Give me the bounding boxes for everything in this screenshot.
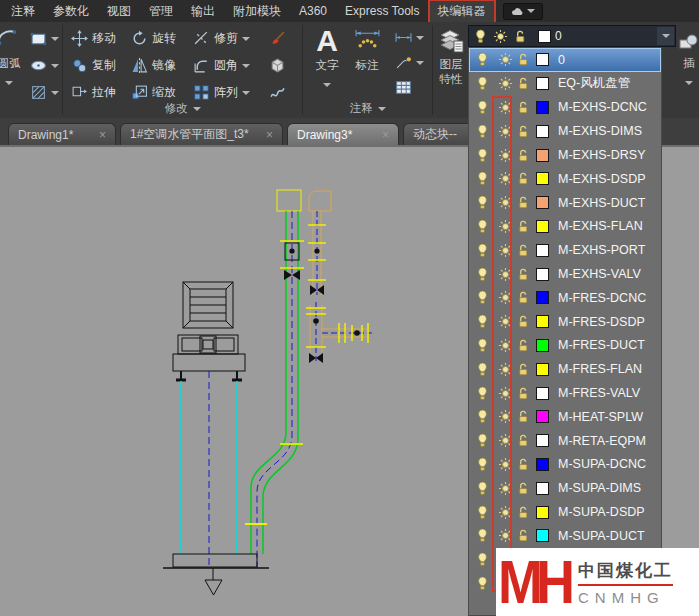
layer-freeze-sun-icon[interactable] xyxy=(498,290,513,305)
dimension-tool[interactable]: 标注 xyxy=(350,27,384,73)
layer-freeze-sun-icon[interactable] xyxy=(493,29,508,44)
layer-visibility-bulb-icon[interactable] xyxy=(473,29,488,44)
layer-visibility-bulb-icon[interactable] xyxy=(475,124,490,139)
layer-lock-icon[interactable] xyxy=(516,362,531,377)
layer-visibility-bulb-icon[interactable] xyxy=(475,314,490,329)
layer-lock-icon[interactable] xyxy=(516,100,531,115)
layer-list-item[interactable]: M-FRES-DCNC xyxy=(469,286,661,310)
layer-color-swatch[interactable] xyxy=(536,196,549,209)
ribbon-tab-附加模块[interactable]: 附加模块 xyxy=(224,0,290,23)
layer-visibility-bulb-icon[interactable] xyxy=(475,171,490,186)
layer-list-item[interactable]: 0 xyxy=(469,48,661,72)
layer-freeze-sun-icon[interactable] xyxy=(498,267,513,282)
trim-tool[interactable]: 修剪 xyxy=(193,25,267,52)
layer-lock-icon[interactable] xyxy=(516,481,531,496)
layer-list-item[interactable]: M-FRES-DUCT xyxy=(469,334,661,358)
layer-color-swatch[interactable] xyxy=(536,387,549,400)
layer-lock-icon[interactable] xyxy=(516,76,531,91)
layer-visibility-bulb-icon[interactable] xyxy=(475,433,490,448)
layer-list-item[interactable]: M-EXHS-DIMS xyxy=(469,119,661,143)
layer-visibility-bulb-icon[interactable] xyxy=(475,219,490,234)
table-tool[interactable] xyxy=(395,75,424,100)
layer-list-item[interactable]: EQ-风机盘管 xyxy=(469,72,661,96)
layer-freeze-sun-icon[interactable] xyxy=(498,219,513,234)
layer-freeze-sun-icon[interactable] xyxy=(498,362,513,377)
layer-freeze-sun-icon[interactable] xyxy=(498,100,513,115)
tab-close-icon[interactable]: × xyxy=(266,128,273,142)
layer-properties-button[interactable]: 图层 特性 xyxy=(434,22,468,118)
tab-close-icon[interactable]: × xyxy=(382,128,389,142)
layer-lock-icon[interactable] xyxy=(516,433,531,448)
layer-list-item[interactable]: M-SUPA-DSDP xyxy=(469,500,661,524)
explode-tool[interactable] xyxy=(269,52,286,79)
layer-freeze-sun-icon[interactable] xyxy=(498,195,513,210)
layer-visibility-bulb-icon[interactable] xyxy=(475,552,490,567)
layer-list-item[interactable]: M-EXHS-DRSY xyxy=(469,143,661,167)
layer-color-swatch[interactable] xyxy=(536,410,549,423)
layer-list-item[interactable]: M-HEAT-SPLW xyxy=(469,405,661,429)
layer-list-item[interactable]: M-EXHS-FLAN xyxy=(469,215,661,239)
layer-color-swatch[interactable] xyxy=(536,506,549,519)
move-tool[interactable]: 移动 xyxy=(71,25,131,52)
layer-visibility-bulb-icon[interactable] xyxy=(475,338,490,353)
file-tab[interactable]: 动态块-- xyxy=(403,123,475,145)
linear-dimension-tool[interactable] xyxy=(395,25,424,50)
layer-lock-icon[interactable] xyxy=(516,457,531,472)
layer-list-item[interactable]: M-EXHS-DSDP xyxy=(469,167,661,191)
layer-visibility-bulb-icon[interactable] xyxy=(475,528,490,543)
layer-color-swatch[interactable] xyxy=(536,244,549,257)
layer-lock-icon[interactable] xyxy=(516,409,531,424)
layer-lock-icon[interactable] xyxy=(516,314,531,329)
ribbon-tab-视图[interactable]: 视图 xyxy=(98,0,140,23)
layer-visibility-bulb-icon[interactable] xyxy=(475,457,490,472)
layer-freeze-sun-icon[interactable] xyxy=(498,481,513,496)
layer-freeze-sun-icon[interactable] xyxy=(498,148,513,163)
layer-combo-dropdown-button[interactable] xyxy=(657,27,674,45)
layer-lock-icon[interactable] xyxy=(516,528,531,543)
layer-freeze-sun-icon[interactable] xyxy=(498,528,513,543)
layer-freeze-sun-icon[interactable] xyxy=(498,171,513,186)
layer-color-swatch[interactable] xyxy=(536,363,549,376)
annotate-panel-title[interactable]: 注释 xyxy=(303,101,432,116)
mirror-tool[interactable]: 镜像 xyxy=(131,52,193,79)
layer-visibility-bulb-icon[interactable] xyxy=(475,409,490,424)
copy-tool[interactable]: 复制 xyxy=(71,52,131,79)
layer-freeze-sun-icon[interactable] xyxy=(498,409,513,424)
layer-color-swatch[interactable] xyxy=(536,53,549,66)
layer-visibility-bulb-icon[interactable] xyxy=(475,290,490,305)
layer-visibility-bulb-icon[interactable] xyxy=(475,386,490,401)
file-tab[interactable]: Drawing3*× xyxy=(287,123,399,145)
layer-color-swatch[interactable] xyxy=(536,172,549,185)
leader-tool[interactable] xyxy=(395,50,424,75)
layer-color-swatch[interactable] xyxy=(536,125,549,138)
ribbon-tab-A360[interactable]: A360 xyxy=(290,1,336,21)
layer-list-item[interactable]: M-FRES-VALV xyxy=(469,381,661,405)
modify-panel-title[interactable]: 修改 xyxy=(63,101,302,116)
ribbon-tab-参数化[interactable]: 参数化 xyxy=(44,0,98,23)
layer-visibility-bulb-icon[interactable] xyxy=(475,195,490,210)
layer-visibility-bulb-icon[interactable] xyxy=(475,267,490,282)
paintbrush-tool[interactable] xyxy=(269,25,286,52)
layer-color-swatch[interactable] xyxy=(536,482,549,495)
layer-combo-box[interactable]: 0 xyxy=(468,25,676,47)
text-tool[interactable]: A 文字 xyxy=(311,24,343,91)
layer-visibility-bulb-icon[interactable] xyxy=(475,481,490,496)
hatch-tool[interactable] xyxy=(30,79,59,106)
layer-color-swatch[interactable] xyxy=(536,268,549,281)
layer-freeze-sun-icon[interactable] xyxy=(498,314,513,329)
layer-freeze-sun-icon[interactable] xyxy=(498,52,513,67)
layer-lock-icon[interactable] xyxy=(516,338,531,353)
layer-lock-icon[interactable] xyxy=(516,290,531,305)
layer-list-item[interactable]: M-FRES-FLAN xyxy=(469,357,661,381)
file-tab[interactable]: 1#空调水管平面图_t3*× xyxy=(120,123,283,145)
rectangle-tool[interactable] xyxy=(30,25,59,52)
rotate-tool[interactable]: 旋转 xyxy=(131,25,193,52)
layer-lock-icon[interactable] xyxy=(516,386,531,401)
layer-visibility-bulb-icon[interactable] xyxy=(475,243,490,258)
layer-lock-icon[interactable] xyxy=(516,267,531,282)
layer-freeze-sun-icon[interactable] xyxy=(498,338,513,353)
layer-lock-icon[interactable] xyxy=(516,148,531,163)
cloud-options-button[interactable] xyxy=(503,3,543,20)
layer-visibility-bulb-icon[interactable] xyxy=(475,52,490,67)
ellipse-tool[interactable] xyxy=(30,52,59,79)
